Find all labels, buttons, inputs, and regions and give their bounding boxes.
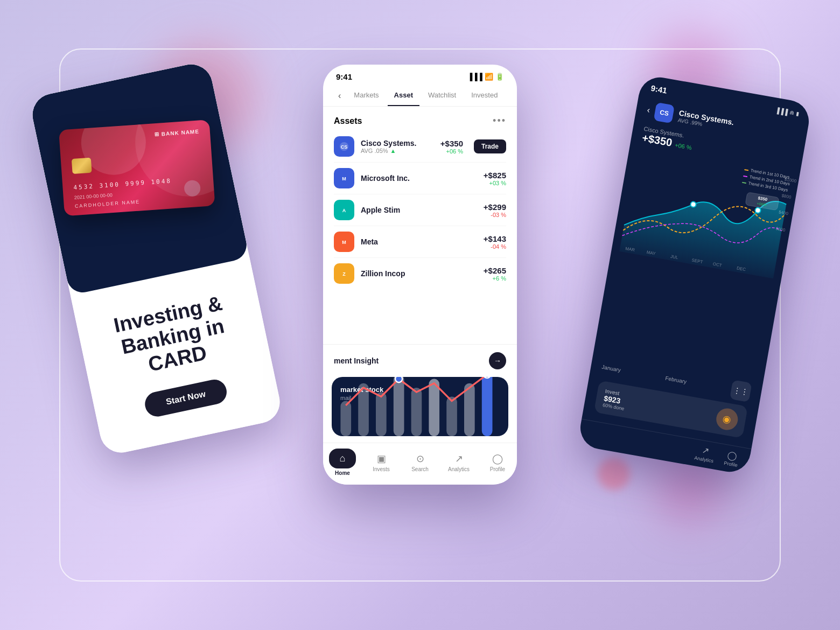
asset-change-cisco: +$350: [440, 139, 463, 148]
profile-icon: ◯: [492, 453, 503, 465]
asset-row-apple: A Apple Stim +$299 -03 %: [323, 194, 517, 226]
asset-values-microsoft: +$825 +03 %: [484, 171, 506, 186]
asset-change-apple: +$299: [484, 202, 506, 212]
tab-markets[interactable]: Markets: [347, 86, 385, 106]
right-back-button[interactable]: ‹: [646, 105, 650, 115]
nav-label-home: Home: [335, 470, 350, 476]
asset-icon-meta: M: [334, 232, 354, 252]
back-button[interactable]: ‹: [334, 86, 345, 106]
svg-rect-10: [411, 388, 422, 436]
tab-asset[interactable]: Asset: [388, 86, 419, 106]
nav-label-analytics: Analytics: [448, 466, 470, 472]
svg-point-18: [755, 207, 761, 214]
asset-pct-microsoft: +03 %: [484, 180, 506, 186]
right-company-icon: CS: [654, 102, 675, 123]
asset-values-meta: +$143 -04 %: [484, 234, 506, 250]
tab-invested[interactable]: Invested: [465, 86, 504, 106]
grid-icon: ⋮⋮: [733, 386, 749, 397]
right-analytics-icon: ↗: [701, 445, 710, 456]
investment-insight-row: ment Insight →: [323, 344, 517, 377]
month-january: January: [601, 363, 621, 373]
card-bank-name: BANK NAME: [162, 129, 200, 137]
asset-values-cisco: +$350 +06 %: [440, 139, 463, 155]
asset-info-microsoft: Microsoft Inc.: [361, 174, 477, 183]
right-status-icons: ▐▐▐ ⋒ ▮: [775, 107, 800, 117]
analytics-icon: ↗: [455, 453, 463, 465]
right-status-time: 9:41: [650, 83, 668, 95]
right-signal-icon: ▐▐▐: [775, 107, 788, 115]
trade-button-cisco[interactable]: Trade: [474, 139, 506, 153]
nav-item-invests[interactable]: ▣ Invests: [362, 453, 401, 472]
phone-center: 9:41 ▐▐▐ 📶 🔋 ‹ Markets Asset Watchlist I…: [323, 65, 517, 485]
month-february: February: [665, 375, 687, 384]
asset-pct-apple: -03 %: [484, 212, 506, 218]
svg-rect-19: [745, 192, 779, 211]
svg-text:CS: CS: [341, 144, 348, 150]
invest-coin-icon: ◉: [722, 412, 732, 425]
center-nav-tabs: ‹ Markets Asset Watchlist Invested: [323, 86, 517, 107]
wifi-icon: 📶: [485, 73, 493, 81]
start-now-button[interactable]: Start Now: [143, 377, 229, 418]
asset-icon-zillion: Z: [334, 263, 354, 284]
assets-more-button[interactable]: •••: [493, 115, 506, 127]
center-status-time: 9:41: [336, 72, 352, 81]
price-1000: $1000: [784, 177, 796, 184]
card-contactless: [184, 180, 201, 197]
card-bank-icon: ⊞: [155, 131, 162, 138]
invest-info: Invest $923 60% done: [603, 388, 627, 411]
insight-text: ment Insight: [334, 356, 379, 365]
svg-text:Z: Z: [342, 271, 346, 277]
tab-watchlist[interactable]: Watchlist: [422, 86, 463, 106]
asset-info-meta: Meta: [361, 237, 477, 246]
deco-pink-circle: [598, 458, 630, 490]
signal-icon: ▐▐▐: [467, 73, 482, 81]
nav-item-profile[interactable]: ◯ Profile: [478, 453, 517, 472]
asset-pct-meta: -04 %: [484, 243, 506, 250]
trend-up-icon: ▲: [390, 148, 396, 154]
asset-icon-cisco: CS: [334, 136, 354, 157]
price-400: $400: [779, 209, 791, 216]
asset-pct-zillion: +6 %: [484, 275, 506, 282]
credit-card: ⊞ BANK NAME 4532 3100 9999 1048 2021 00-…: [59, 120, 215, 216]
card-bank-logo: ⊞ BANK NAME: [155, 129, 199, 138]
nav-label-invests: Invests: [373, 466, 390, 472]
february-label: February: [665, 375, 687, 384]
asset-name-apple: Apple Stim: [361, 206, 477, 214]
svg-text:M: M: [342, 240, 346, 245]
svg-rect-8: [376, 392, 387, 436]
svg-rect-12: [446, 396, 457, 436]
right-battery-icon: ▮: [796, 110, 800, 117]
nav-item-search[interactable]: ⊙ Search: [401, 453, 439, 472]
insight-arrow-button[interactable]: →: [489, 352, 506, 369]
asset-row-cisco: CS Cisco Systems. AVG .05% ▲ +$350 +06 %…: [323, 131, 517, 162]
right-nav-profile[interactable]: ◯ Profile: [724, 449, 740, 468]
scene: ⊞ BANK NAME 4532 3100 9999 1048 2021 00-…: [43, 32, 797, 598]
svg-rect-9: [394, 377, 404, 436]
phone-left: ⊞ BANK NAME 4532 3100 9999 1048 2021 00-…: [29, 60, 284, 457]
nav-label-search: Search: [411, 466, 429, 472]
svg-text:A: A: [342, 208, 346, 213]
home-icon-wrap: ⌂: [329, 449, 356, 468]
asset-values-zillion: +$265 +6 %: [484, 266, 506, 282]
right-wifi-icon: ⋒: [789, 109, 795, 116]
phone-left-top-section: ⊞ BANK NAME 4532 3100 9999 1048 2021 00-…: [29, 60, 249, 296]
center-status-bar: 9:41 ▐▐▐ 📶 🔋: [323, 65, 517, 86]
right-grid-button[interactable]: ⋮⋮: [730, 380, 752, 402]
right-analytics-label: Analytics: [694, 455, 714, 464]
asset-info-apple: Apple Stim: [361, 206, 477, 214]
home-icon: ⌂: [340, 453, 346, 464]
asset-row-meta: M Meta +$143 -04 %: [323, 226, 517, 257]
right-nav-analytics[interactable]: ↗ Analytics: [694, 444, 716, 464]
asset-name-meta: Meta: [361, 237, 477, 246]
nav-item-home[interactable]: ⌂ Home: [323, 449, 362, 476]
legend-dot-2: [743, 175, 747, 177]
nav-item-analytics[interactable]: ↗ Analytics: [439, 453, 478, 472]
assets-header: Assets •••: [323, 107, 517, 131]
card-expiry: 2021 00-00 00-00: [74, 192, 113, 200]
svg-point-15: [395, 377, 402, 382]
right-profile-label: Profile: [724, 460, 738, 468]
asset-change-zillion: +$265: [484, 266, 506, 275]
card-chip: [72, 158, 92, 174]
market-stock-card: market stock mail: [332, 377, 508, 436]
legend-dot-3: [742, 181, 746, 183]
